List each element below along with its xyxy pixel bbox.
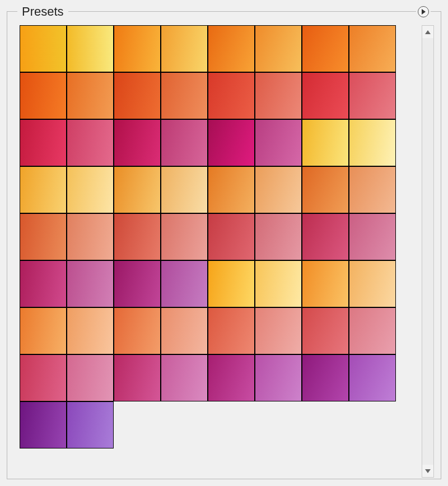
gradient-swatch[interactable] <box>67 119 114 166</box>
gradient-swatch[interactable] <box>20 307 67 354</box>
grid-viewport <box>12 25 413 478</box>
gradient-swatch[interactable] <box>208 260 255 307</box>
gradient-swatch[interactable] <box>20 166 67 213</box>
gradient-swatch[interactable] <box>161 307 208 354</box>
gradient-swatch[interactable] <box>349 72 396 119</box>
gradient-swatch[interactable] <box>20 260 67 307</box>
gradient-swatch[interactable] <box>255 25 302 72</box>
gradient-swatch[interactable] <box>67 25 114 72</box>
gradient-swatch[interactable] <box>208 119 255 166</box>
scroll-down-button[interactable] <box>422 465 433 477</box>
gradient-swatch[interactable] <box>114 25 161 72</box>
gradient-swatch[interactable] <box>302 25 349 72</box>
gradient-swatch[interactable] <box>208 72 255 119</box>
gradient-swatch[interactable] <box>161 260 208 307</box>
gradient-swatch[interactable] <box>349 166 396 213</box>
gradient-swatch[interactable] <box>67 401 114 448</box>
gradient-swatch[interactable] <box>67 354 114 401</box>
gradient-swatch[interactable] <box>67 72 114 119</box>
panel-header: Presets <box>7 5 441 18</box>
gradient-swatch[interactable] <box>208 213 255 260</box>
gradient-swatch[interactable] <box>349 25 396 72</box>
gradient-swatch[interactable] <box>20 119 67 166</box>
gradient-swatch[interactable] <box>67 213 114 260</box>
gradient-swatch[interactable] <box>349 213 396 260</box>
gradient-swatch[interactable] <box>67 307 114 354</box>
gradient-swatch[interactable] <box>161 166 208 213</box>
scrollbar[interactable] <box>422 25 434 478</box>
gradient-swatch[interactable] <box>67 260 114 307</box>
gradient-swatch[interactable] <box>255 307 302 354</box>
gradient-swatch[interactable] <box>208 354 255 401</box>
presets-panel: Presets <box>7 11 441 479</box>
gradient-swatch[interactable] <box>114 354 161 401</box>
gradient-swatch[interactable] <box>114 72 161 119</box>
gradient-swatch[interactable] <box>161 119 208 166</box>
gradient-swatch[interactable] <box>114 119 161 166</box>
gradient-swatch[interactable] <box>161 72 208 119</box>
gradient-swatch[interactable] <box>208 25 255 72</box>
gradient-swatch[interactable] <box>161 213 208 260</box>
swatch-grid <box>20 25 396 448</box>
gradient-swatch[interactable] <box>302 213 349 260</box>
gradient-swatch[interactable] <box>114 213 161 260</box>
chevron-up-icon <box>425 30 431 34</box>
gradient-swatch[interactable] <box>349 354 396 401</box>
gradient-swatch[interactable] <box>20 72 67 119</box>
gradient-swatch[interactable] <box>255 354 302 401</box>
gradient-swatch[interactable] <box>255 166 302 213</box>
gradient-swatch[interactable] <box>67 166 114 213</box>
gradient-swatch[interactable] <box>20 213 67 260</box>
gradient-swatch[interactable] <box>302 72 349 119</box>
gradient-swatch[interactable] <box>349 119 396 166</box>
gradient-swatch[interactable] <box>114 260 161 307</box>
gradient-swatch[interactable] <box>255 213 302 260</box>
gradient-swatch[interactable] <box>302 354 349 401</box>
gradient-swatch[interactable] <box>302 119 349 166</box>
gradient-swatch[interactable] <box>20 25 67 72</box>
gradient-swatch[interactable] <box>161 25 208 72</box>
gradient-swatch[interactable] <box>349 307 396 354</box>
gradient-swatch[interactable] <box>114 307 161 354</box>
chevron-down-icon <box>425 469 431 473</box>
gradient-swatch[interactable] <box>208 307 255 354</box>
gradient-swatch[interactable] <box>208 166 255 213</box>
gradient-swatch[interactable] <box>20 401 67 448</box>
scroll-up-button[interactable] <box>422 26 433 38</box>
flyout-icon <box>418 6 429 17</box>
panel-title: Presets <box>17 4 68 19</box>
gradient-swatch[interactable] <box>302 166 349 213</box>
panel-menu-button[interactable] <box>416 4 431 19</box>
gradient-swatch[interactable] <box>255 72 302 119</box>
gradient-swatch[interactable] <box>302 307 349 354</box>
gradient-swatch[interactable] <box>255 260 302 307</box>
gradient-swatch[interactable] <box>349 260 396 307</box>
gradient-swatch[interactable] <box>302 260 349 307</box>
gradient-swatch[interactable] <box>114 166 161 213</box>
gradient-swatch[interactable] <box>255 119 302 166</box>
gradient-swatch[interactable] <box>161 354 208 401</box>
gradient-swatch[interactable] <box>20 354 67 401</box>
panel-body <box>12 25 436 478</box>
